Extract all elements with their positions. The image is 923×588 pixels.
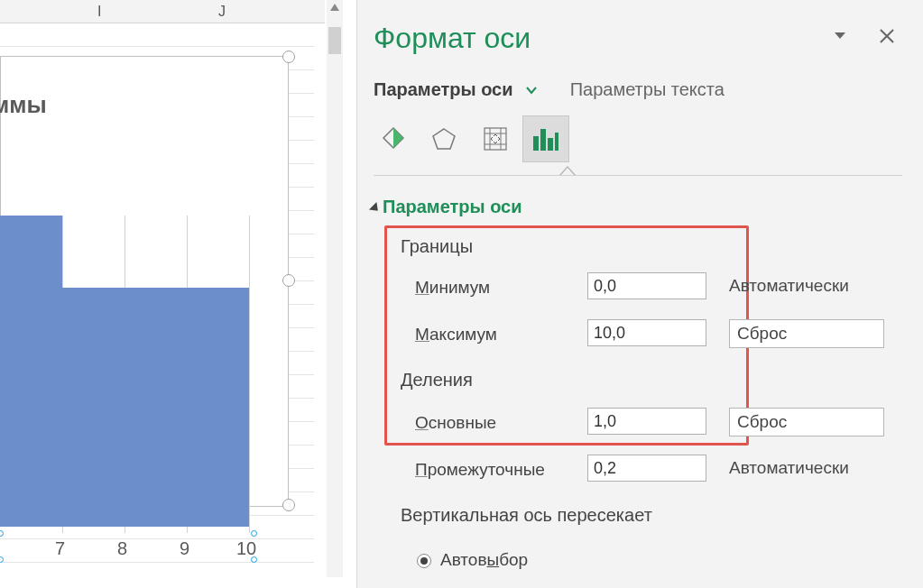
col-header-J[interactable]: J	[218, 4, 226, 20]
svg-rect-7	[540, 129, 546, 151]
size-properties-icon[interactable]	[472, 115, 519, 162]
worksheet-area: I J ммы 7 8 9 10	[0, 0, 343, 588]
tab-text-options[interactable]: Параметры текста	[570, 79, 725, 99]
min-auto-text: Автоматически	[729, 276, 849, 296]
pane-title: Формат оси	[374, 22, 531, 55]
chart-object[interactable]: ммы 7 8 9 10	[0, 56, 289, 507]
group-units: Деления	[401, 370, 473, 390]
resize-handle[interactable]	[282, 499, 295, 511]
expand-collapse-icon[interactable]	[369, 202, 382, 215]
fill-line-icon[interactable]	[370, 115, 417, 162]
input-maximum[interactable]	[587, 319, 706, 346]
close-icon[interactable]	[878, 27, 896, 45]
label-axis-crosses: Вертикальная ось пересекает	[401, 505, 652, 526]
svg-marker-0	[433, 129, 455, 149]
plot-area[interactable]: 7 8 9 10	[0, 216, 263, 533]
input-minimum[interactable]	[587, 272, 706, 299]
x-tick: 8	[117, 538, 127, 559]
separator	[374, 175, 902, 176]
axis-handle[interactable]	[251, 530, 257, 537]
pane-tabs: Параметры оси Параметры текста	[374, 79, 725, 100]
resize-handle[interactable]	[282, 274, 295, 287]
column-headers: I J	[0, 0, 325, 23]
axis-handle[interactable]	[251, 556, 257, 563]
label-maximum: Максимум	[415, 325, 497, 345]
svg-rect-9	[555, 133, 558, 151]
active-tab-arrow-icon	[559, 166, 576, 175]
chart-bar[interactable]	[0, 288, 249, 527]
section-axis-options[interactable]: Параметры оси	[383, 197, 522, 217]
col-header-I[interactable]: I	[97, 4, 101, 20]
tab-axis-options[interactable]: Параметры оси	[374, 79, 513, 100]
x-tick: 9	[180, 538, 189, 559]
label-major-unit: Основные	[415, 413, 496, 433]
max-reset-button[interactable]: Сброс	[729, 319, 884, 348]
svg-rect-1	[485, 128, 506, 150]
svg-rect-6	[533, 136, 539, 151]
category-icons	[370, 115, 569, 166]
x-tick: 7	[55, 538, 65, 559]
resize-handle[interactable]	[282, 51, 295, 63]
input-major-unit[interactable]	[587, 408, 706, 435]
format-axis-pane: Формат оси Параметры оси Параметры текст…	[356, 0, 923, 588]
input-minor-unit[interactable]	[587, 455, 706, 482]
radio-auto-select-label[interactable]: Автовыбор	[440, 550, 528, 570]
vertical-scrollbar[interactable]	[327, 0, 343, 577]
group-bounds: Границы	[401, 236, 473, 257]
axis-options-icon[interactable]	[522, 115, 569, 162]
pane-options-dropdown-icon[interactable]	[835, 32, 845, 39]
chart-bar[interactable]	[0, 216, 62, 288]
scrollbar-thumb[interactable]	[328, 27, 341, 54]
chevron-down-icon[interactable]	[525, 80, 538, 101]
chart-title[interactable]: ммы	[0, 91, 47, 119]
effects-icon[interactable]	[420, 115, 467, 162]
scroll-up-icon[interactable]	[330, 4, 339, 11]
svg-rect-8	[548, 138, 553, 151]
major-reset-button[interactable]: Сброс	[729, 408, 884, 436]
label-minor-unit: Промежуточные	[415, 460, 545, 480]
radio-auto-select[interactable]	[417, 554, 431, 568]
minor-auto-text: Автоматически	[729, 458, 849, 478]
label-minimum: Минимум	[415, 278, 490, 298]
